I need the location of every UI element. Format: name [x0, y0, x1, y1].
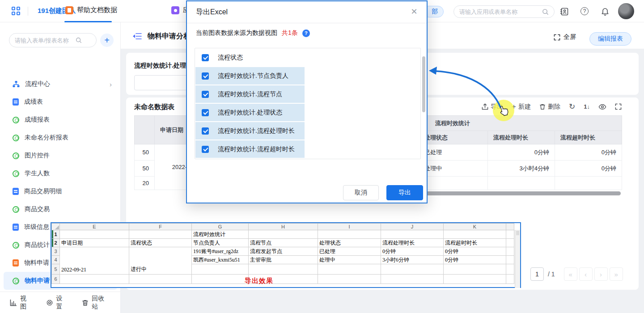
cell[interactable]: 流程处理时长 [381, 239, 444, 247]
col-header[interactable]: J [381, 224, 444, 230]
cell[interactable]: 流程超时时长 [444, 239, 506, 247]
cell[interactable]: 申请日期 [60, 239, 129, 247]
col-header-status[interactable]: 处理状态 [419, 131, 488, 144]
cell[interactable]: 0分钟 [444, 256, 506, 264]
row-header[interactable]: 2 [52, 239, 60, 247]
sidebar-item-form[interactable]: 商品交易明细 [4, 182, 117, 200]
modal-info-row: 当前图表数据来源为数据视图 共1条 ? [196, 29, 310, 37]
row-header[interactable]: 4 [52, 256, 60, 264]
user-avatar[interactable] [618, 3, 634, 19]
row-header[interactable]: 1 [52, 230, 60, 239]
row-header[interactable]: 6 [52, 275, 60, 284]
col-header[interactable]: E [60, 224, 129, 230]
help-icon[interactable]: ? [302, 30, 310, 37]
sidebar-item-report[interactable]: 学生人数 [4, 165, 117, 182]
cell[interactable]: 处理中 [318, 256, 381, 264]
cell[interactable]: 凯西#user_kxmi5u51 [192, 256, 249, 264]
add-form-button[interactable]: + [100, 34, 114, 47]
cell[interactable]: 流程状态 [129, 239, 192, 247]
create-button[interactable]: + 新建 [512, 102, 531, 111]
views-button[interactable]: 视图 [10, 295, 33, 311]
checkbox-checked[interactable] [202, 72, 209, 80]
page-input[interactable] [530, 267, 544, 281]
sidebar-item-report[interactable]: 图片控件 [4, 147, 117, 165]
merged-cell[interactable]: 2022-09-21 [60, 247, 129, 275]
field-row[interactable]: 流程时效统计.流程超时时长 [195, 140, 420, 158]
app: 191创建团队 帮助文档数据 应用 部 ? + 流程中心 › [0, 0, 644, 313]
tab-help-doc-data[interactable]: 帮助文档数据 [65, 6, 117, 14]
fullscreen-button[interactable]: 全屏 [554, 33, 576, 41]
checkbox-checked[interactable] [202, 91, 209, 98]
col-header[interactable]: I [318, 224, 381, 230]
cell[interactable]: 节点负责人 [192, 239, 249, 247]
recycle-bin-button[interactable]: 回收站 [82, 295, 110, 311]
sidebar-item-report[interactable]: 商品交易 [4, 200, 117, 218]
horizontal-scrollbar[interactable] [425, 191, 621, 195]
cell[interactable]: 3小时6分钟 [381, 256, 444, 264]
checkbox-checked[interactable] [202, 54, 209, 61]
sidebar-item-report[interactable]: 成绩报表 [4, 111, 117, 129]
cell[interactable]: 流程发起节点 [249, 247, 318, 256]
merged-cell[interactable]: 进行中 [129, 247, 192, 275]
col-header[interactable]: G [192, 224, 249, 230]
field-row[interactable]: 流程时效统计.流程节点 [195, 85, 420, 103]
eye-icon[interactable] [598, 104, 606, 110]
sidebar-item-report[interactable]: 未命名分析报表 [4, 129, 117, 147]
excel-vertical-scrollbar[interactable] [515, 230, 520, 288]
last-page-button[interactable]: » [610, 267, 623, 281]
cell[interactable]: 主管审批 [249, 256, 318, 264]
col-header-process-time[interactable]: 流程处理时长 [488, 131, 555, 144]
cell[interactable]: 0分钟 [381, 247, 444, 256]
field-row[interactable]: 流程状态 [195, 48, 420, 67]
checkbox-checked[interactable] [202, 146, 209, 153]
sidebar-item-process-center[interactable]: 流程中心 › [4, 75, 117, 93]
refresh-icon[interactable]: ↻ [569, 102, 575, 111]
sort-icon[interactable]: 1↓ [584, 103, 590, 110]
field-row[interactable]: 流程时效统计.节点负责人 [195, 67, 420, 85]
settings-button[interactable]: 设置 [46, 295, 69, 311]
sidebar-search [9, 33, 97, 47]
pagination: / 1 « ‹ › » [530, 267, 623, 281]
checkbox-checked[interactable] [202, 127, 209, 135]
col-header[interactable]: F [129, 224, 192, 230]
bell-icon[interactable] [601, 7, 610, 16]
next-page-button[interactable]: › [594, 267, 608, 281]
cell[interactable]: 流程时效统计 [192, 230, 249, 239]
delete-button[interactable]: 删除 [539, 103, 560, 111]
row-header[interactable]: 5 [52, 264, 60, 275]
cell[interactable]: 0分钟 [444, 247, 506, 256]
datasheet-title: 未命名数据表 [134, 103, 174, 111]
row-header[interactable]: 3 [52, 247, 60, 256]
global-search-input[interactable] [459, 8, 538, 15]
table-fullscreen-icon[interactable] [615, 103, 622, 110]
export-confirm-button[interactable]: 导出 [386, 185, 423, 200]
app-grid-icon[interactable] [12, 7, 21, 16]
field-row[interactable]: 流程时效统计.处理状态 [195, 103, 420, 122]
prev-page-button[interactable]: ‹ [579, 267, 593, 281]
first-page-button[interactable]: « [564, 267, 577, 281]
contacts-icon[interactable] [560, 7, 569, 16]
cell[interactable]: 流程节点 [249, 239, 318, 247]
close-icon[interactable]: ✕ [409, 7, 419, 17]
cell[interactable]: 已处理 [318, 247, 381, 256]
help-icon[interactable]: ? [580, 7, 589, 15]
trash-icon [539, 103, 546, 110]
col-header-overtime[interactable]: 流程超时时长 [555, 131, 622, 144]
cancel-button[interactable]: 取消 [343, 185, 379, 200]
field-row[interactable]: 流程时效统计.流程处理时长 [195, 122, 420, 140]
sidebar-search-input[interactable] [15, 37, 73, 44]
select-all-corner[interactable] [52, 224, 60, 230]
sidebar-item-form[interactable]: 成绩表 [4, 93, 117, 111]
col-header[interactable]: K [444, 224, 506, 230]
export-button[interactable]: 导出 [482, 103, 503, 111]
edit-report-button[interactable]: 编辑报表 [589, 32, 631, 46]
report-icon [13, 135, 19, 141]
collapse-sidebar-icon[interactable] [132, 32, 142, 40]
gear-icon [46, 299, 53, 306]
checkbox-checked[interactable] [202, 109, 209, 116]
cell[interactable]: 处理状态 [318, 239, 381, 247]
col-header[interactable]: H [249, 224, 318, 230]
page-total: / 1 [548, 271, 555, 278]
list-scrollbar[interactable] [422, 56, 425, 112]
cell[interactable]: 191账号#user_rg2dz [192, 247, 249, 256]
